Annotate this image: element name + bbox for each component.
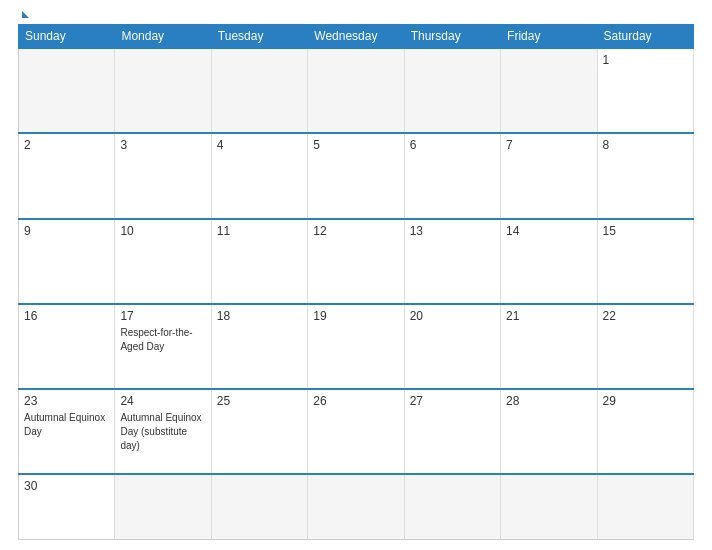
calendar-cell: 7 [501,133,597,218]
calendar-cell: 19 [308,304,404,389]
calendar-cell: 29 [597,389,693,474]
calendar-cell: 16 [19,304,115,389]
calendar-cell [115,474,211,539]
calendar-cell: 2 [19,133,115,218]
day-number: 14 [506,224,591,238]
calendar-cell: 13 [404,219,500,304]
calendar-header: SundayMondayTuesdayWednesdayThursdayFrid… [19,25,694,49]
page-header [18,10,694,18]
calendar-page: SundayMondayTuesdayWednesdayThursdayFrid… [0,0,712,550]
day-number: 22 [603,309,688,323]
day-number: 10 [120,224,205,238]
day-number: 20 [410,309,495,323]
day-number: 11 [217,224,302,238]
holiday-label: Autumnal Equinox Day [24,412,105,437]
weekday-header-tuesday: Tuesday [211,25,307,49]
day-number: 6 [410,138,495,152]
weekday-header-thursday: Thursday [404,25,500,49]
calendar-cell [501,474,597,539]
calendar-cell: 9 [19,219,115,304]
calendar-cell: 11 [211,219,307,304]
calendar-cell: 1 [597,48,693,133]
day-number: 5 [313,138,398,152]
day-number: 2 [24,138,109,152]
calendar-week-4: 23Autumnal Equinox Day24Autumnal Equinox… [19,389,694,474]
day-number: 24 [120,394,205,408]
day-number: 29 [603,394,688,408]
day-number: 26 [313,394,398,408]
calendar-week-3: 1617Respect-for-the-Aged Day1819202122 [19,304,694,389]
day-number: 3 [120,138,205,152]
calendar-cell: 14 [501,219,597,304]
calendar-week-2: 9101112131415 [19,219,694,304]
calendar-cell: 4 [211,133,307,218]
logo-triangle-icon [22,11,29,18]
calendar-cell: 23Autumnal Equinox Day [19,389,115,474]
calendar-cell: 3 [115,133,211,218]
calendar-cell: 5 [308,133,404,218]
day-number: 21 [506,309,591,323]
calendar-body: 1234567891011121314151617Respect-for-the… [19,48,694,540]
calendar-cell: 12 [308,219,404,304]
calendar-cell [308,474,404,539]
calendar-cell [211,474,307,539]
calendar-week-1: 2345678 [19,133,694,218]
day-number: 15 [603,224,688,238]
day-number: 7 [506,138,591,152]
calendar-cell [19,48,115,133]
day-number: 16 [24,309,109,323]
day-number: 18 [217,309,302,323]
logo [18,10,29,18]
calendar-cell: 26 [308,389,404,474]
weekday-header-wednesday: Wednesday [308,25,404,49]
weekday-header-monday: Monday [115,25,211,49]
calendar-cell: 27 [404,389,500,474]
calendar-cell: 28 [501,389,597,474]
day-number: 23 [24,394,109,408]
weekday-header-sunday: Sunday [19,25,115,49]
calendar-cell [597,474,693,539]
day-number: 12 [313,224,398,238]
weekday-row: SundayMondayTuesdayWednesdayThursdayFrid… [19,25,694,49]
day-number: 1 [603,53,688,67]
calendar-week-0: 1 [19,48,694,133]
day-number: 17 [120,309,205,323]
day-number: 30 [24,479,109,493]
calendar-cell [308,48,404,133]
calendar-cell: 10 [115,219,211,304]
calendar-cell: 25 [211,389,307,474]
day-number: 8 [603,138,688,152]
holiday-label: Respect-for-the-Aged Day [120,327,192,352]
day-number: 19 [313,309,398,323]
calendar-cell [115,48,211,133]
calendar-cell: 8 [597,133,693,218]
calendar-cell: 22 [597,304,693,389]
day-number: 13 [410,224,495,238]
calendar-cell: 6 [404,133,500,218]
day-number: 9 [24,224,109,238]
calendar-cell: 30 [19,474,115,539]
day-number: 4 [217,138,302,152]
calendar-cell [404,474,500,539]
calendar-week-5: 30 [19,474,694,539]
calendar-cell: 24Autumnal Equinox Day (substitute day) [115,389,211,474]
weekday-header-friday: Friday [501,25,597,49]
calendar-cell: 20 [404,304,500,389]
weekday-header-saturday: Saturday [597,25,693,49]
calendar-cell [501,48,597,133]
holiday-label: Autumnal Equinox Day (substitute day) [120,412,201,451]
calendar-cell [404,48,500,133]
day-number: 25 [217,394,302,408]
day-number: 28 [506,394,591,408]
calendar-cell: 17Respect-for-the-Aged Day [115,304,211,389]
calendar-table: SundayMondayTuesdayWednesdayThursdayFrid… [18,24,694,540]
calendar-cell [211,48,307,133]
calendar-cell: 15 [597,219,693,304]
calendar-cell: 18 [211,304,307,389]
day-number: 27 [410,394,495,408]
calendar-cell: 21 [501,304,597,389]
